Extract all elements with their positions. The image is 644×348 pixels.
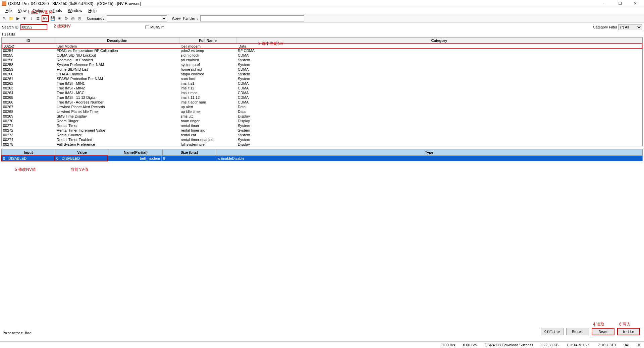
- command-label: Command:: [87, 16, 105, 21]
- multisim-checkbox-input[interactable]: [145, 25, 149, 29]
- lh-size: Size (bits): [163, 149, 216, 155]
- command-select[interactable]: [107, 15, 167, 21]
- menu-file[interactable]: File: [3, 8, 14, 14]
- th-fullname[interactable]: Full Name: [179, 38, 236, 43]
- status-uptime: 1 H:14 M:16 S: [567, 343, 590, 347]
- fields-label: Fields: [0, 31, 644, 37]
- annotation-3: 3 选中当前NV: [258, 41, 283, 47]
- read-button[interactable]: Read: [592, 328, 614, 335]
- table-body[interactable]: 00252Bell Modembell modemData00254PDM1 v…: [2, 44, 642, 146]
- field-name-cell: bell_modem: [108, 156, 162, 161]
- viewfinder-input[interactable]: [200, 15, 304, 21]
- category-filter-select[interactable]: (*) All: [619, 24, 642, 30]
- window-title: QXDM_Pro_04.00.350 - SM8150 (0x804d7933)…: [8, 1, 597, 6]
- annotation-6: 6 写入: [619, 322, 631, 327]
- statusbar: 0.00 B/s 0.00 B/s QSR4:DB Download Succe…: [0, 341, 644, 348]
- table-row[interactable]: 00265True IMSI - 11 12 Digitsimsi t 11 1…: [2, 95, 642, 100]
- table-row[interactable]: 00273Rental Counterrental cntSystem: [2, 133, 642, 137]
- annotation-1: 1 点击NV图标: [28, 9, 53, 15]
- nv-table: ID Description Full Name Category 00252B…: [1, 37, 643, 146]
- th-id[interactable]: ID: [2, 38, 55, 43]
- table-row[interactable]: 00272Rental Timer Increment Valuerental …: [2, 128, 642, 133]
- lh-type: Type: [216, 149, 642, 155]
- close-button[interactable]: ✕: [628, 0, 643, 7]
- toolbar-list-icon[interactable]: ≣: [35, 15, 41, 21]
- menu-help[interactable]: Help: [86, 8, 99, 14]
- table-row[interactable]: 00263True IMSI - MIN2imsi t s2CDMA: [2, 86, 642, 90]
- table-row[interactable]: 00266True IMSI - Address Numberimsi t ad…: [2, 100, 642, 105]
- toolbar-icon-2[interactable]: 📁: [8, 15, 14, 21]
- maximize-button[interactable]: ❐: [612, 0, 628, 7]
- viewfinder-label: View Finder:: [172, 16, 198, 21]
- table-row[interactable]: 00264True IMSI - MCCimsi t mccCDMA: [2, 90, 642, 95]
- minimize-button[interactable]: ─: [597, 0, 612, 7]
- table-row[interactable]: 00268Unwired Planet Idle Timerup idle ti…: [2, 109, 642, 114]
- multisim-checkbox[interactable]: MultiSim: [145, 25, 164, 29]
- button-row: Offline Reset Read Write: [541, 328, 640, 335]
- table-row[interactable]: 00275Full System Preferencefull system p…: [2, 142, 642, 146]
- status-count: 941: [624, 343, 630, 347]
- table-row[interactable]: 00259Home SID/NID Listhome sid nidCDMA: [2, 67, 642, 72]
- status-zero: 0: [638, 343, 640, 347]
- lh-value: Value: [55, 149, 109, 155]
- field-value-cell[interactable]: 0 - DISABLED: [54, 155, 108, 161]
- field-size-cell: 8: [162, 156, 215, 161]
- table-row[interactable]: 00260OTAPA Enabledotapa enabledSystem: [2, 72, 642, 76]
- toolbar-gear-icon[interactable]: ⚙: [63, 15, 69, 21]
- table-row[interactable]: 00274Rental Timer Enabledrental timer en…: [2, 137, 642, 142]
- toolbar-filter-icon[interactable]: ▼: [21, 15, 28, 21]
- toolbar-target-icon[interactable]: ◎: [70, 15, 76, 21]
- table-row[interactable]: 00256Roaming List Enabledprl enabledSyst…: [2, 58, 642, 62]
- table-header: ID Description Full Name Category: [2, 38, 642, 44]
- field-input-cell[interactable]: 0 - DISABLED: [1, 155, 55, 161]
- table-row[interactable]: 00261SPASM Protection Per NAMnam lockSys…: [2, 76, 642, 81]
- lh-name: Name(Partial): [109, 149, 163, 155]
- table-row[interactable]: 00262True IMSI - MIN1imsi t s1CDMA: [2, 81, 642, 86]
- table-row[interactable]: 00269SMS Time Displaysms utcDisplay: [2, 114, 642, 119]
- lh-input: Input: [2, 149, 55, 155]
- status-time: 3:10:7.310: [598, 343, 616, 347]
- toolbar-save-icon[interactable]: 💾: [50, 15, 56, 21]
- annotation-5: 5 修改NV值: [15, 167, 36, 172]
- status-size: 222.38 KB: [541, 343, 558, 347]
- fields-header: Input Value Name(Partial) Size (bits) Ty…: [1, 149, 643, 156]
- status-rate2: 0.00 B/s: [463, 343, 477, 347]
- table-row[interactable]: 00255CDMA SID NID Lockoutsid nid lockCDM…: [2, 53, 642, 58]
- menu-view[interactable]: View: [15, 8, 29, 14]
- toolbar-stop-icon[interactable]: ■: [56, 15, 62, 21]
- status-db: QSR4:DB Download Success: [485, 343, 533, 347]
- write-button[interactable]: Write: [617, 328, 640, 335]
- search-id-label: Search ID: [2, 25, 18, 29]
- search-id-input[interactable]: [20, 24, 47, 30]
- offline-button[interactable]: Offline: [541, 328, 564, 335]
- toolbar: ✎ 📁 ▶ ▼ ↕ ≣ NV 💾 ■ ⚙ ◎ ◷ Command: View F…: [0, 14, 644, 23]
- toolbar-sort-icon[interactable]: ↕: [28, 15, 34, 21]
- table-row[interactable]: 00271Rental Timerrental timerSystem: [2, 123, 642, 128]
- status-rate1: 0.00 B/s: [441, 343, 455, 347]
- annotation-2: 2 搜索NV: [54, 23, 71, 29]
- field-type-cell: nvEnableDisable: [215, 156, 643, 161]
- toolbar-icon-1[interactable]: ✎: [1, 15, 7, 21]
- search-row: Search ID MultiSim Category Filter (*) A…: [0, 23, 644, 31]
- app-icon: [1, 1, 7, 6]
- menu-window[interactable]: Window: [65, 8, 85, 14]
- toolbar-play-icon[interactable]: ▶: [15, 15, 21, 21]
- annotation-curval: 当前NV值: [70, 167, 88, 172]
- toolbar-clock-icon[interactable]: ◷: [76, 15, 83, 21]
- svg-rect-0: [2, 2, 6, 6]
- fields-row[interactable]: 0 - DISABLED 0 - DISABLED bell_modem 8 n…: [1, 156, 643, 161]
- reset-button[interactable]: Reset: [566, 328, 589, 335]
- table-row[interactable]: 00254PDM1 vs Temperature RF Calibrationp…: [2, 48, 642, 53]
- toolbar-nv-button[interactable]: NV: [42, 15, 49, 22]
- annotation-4: 4 读取: [593, 322, 604, 327]
- parameter-bad-label: Parameter Bad: [3, 331, 32, 335]
- category-filter-label: Category Filter: [593, 25, 617, 29]
- table-row[interactable]: 00267Unwired Planet Alert Recordsup aler…: [2, 105, 642, 109]
- table-row[interactable]: 00258System Preference Per NAMsystem pre…: [2, 62, 642, 67]
- menubar: File View Options Tools Window Help: [0, 7, 644, 14]
- table-row[interactable]: 00252Bell Modembell modemData: [2, 44, 642, 49]
- th-category[interactable]: Category: [236, 38, 642, 43]
- th-description[interactable]: Description: [55, 38, 179, 43]
- table-row[interactable]: 00270Roam Ringerroam ringerDisplay: [2, 119, 642, 123]
- titlebar: QXDM_Pro_04.00.350 - SM8150 (0x804d7933)…: [0, 0, 644, 7]
